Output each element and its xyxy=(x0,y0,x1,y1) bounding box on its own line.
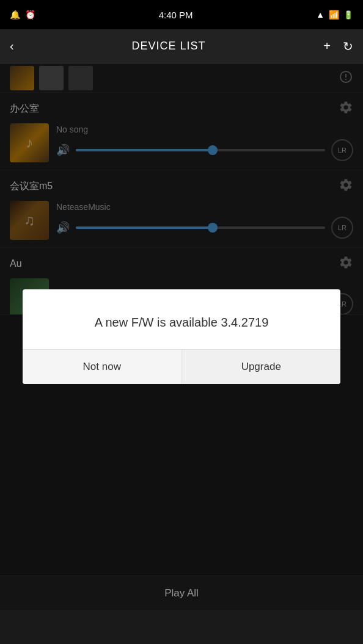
header-actions: + ↻ xyxy=(323,39,353,54)
dialog-body: A new F/W is available 3.4.2719 xyxy=(23,289,340,349)
status-icons-right: ▲ 📶 🔋 xyxy=(316,10,353,20)
status-bar: 🔔 ⏰ 4:40 PM ▲ 📶 🔋 xyxy=(0,0,363,29)
battery-icon: 🔋 xyxy=(343,10,353,20)
not-now-button[interactable]: Not now xyxy=(23,350,182,384)
header: ‹ DEVICE LIST + ↻ xyxy=(0,29,363,63)
status-icons-left: 🔔 ⏰ xyxy=(10,10,35,20)
page-title: DEVICE LIST xyxy=(131,40,205,52)
status-time: 4:40 PM xyxy=(159,10,193,20)
back-button[interactable]: ‹ xyxy=(10,39,14,53)
signal-icon: 📶 xyxy=(329,10,339,20)
dialog-buttons: Not now Upgrade xyxy=(23,349,340,384)
firmware-dialog: A new F/W is available 3.4.2719 Not now … xyxy=(23,289,340,384)
clock-icon: ⏰ xyxy=(25,10,35,20)
dialog-overlay: A new F/W is available 3.4.2719 Not now … xyxy=(0,63,363,610)
refresh-button[interactable]: ↻ xyxy=(343,39,353,54)
wifi-icon: ▲ xyxy=(316,10,324,20)
dialog-message: A new F/W is available 3.4.2719 xyxy=(41,314,322,331)
upgrade-button[interactable]: Upgrade xyxy=(182,350,341,384)
add-button[interactable]: + xyxy=(323,39,331,54)
content-area: 办公室 ♪ No song 🔊 xyxy=(0,63,363,610)
notification-icon: 🔔 xyxy=(10,10,20,20)
